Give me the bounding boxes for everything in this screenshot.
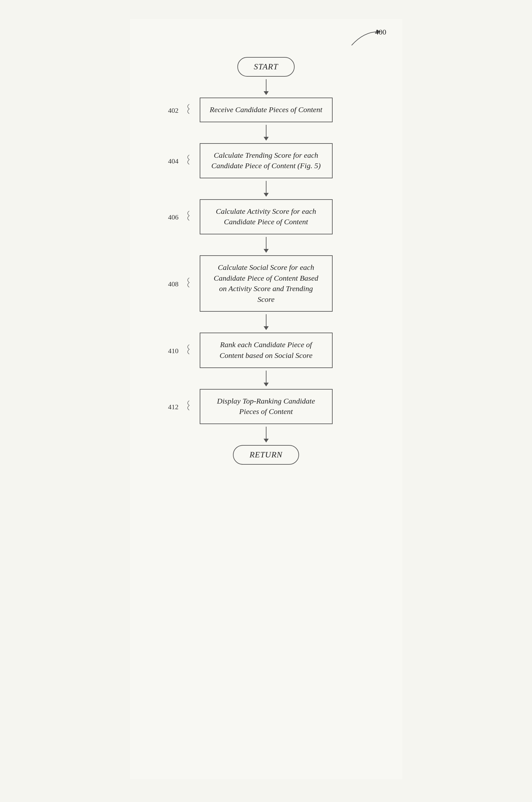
step-410-label: 410 — [168, 343, 193, 358]
return-terminal: RETURN — [233, 445, 299, 465]
step-410-row: 410 Rank each Candidate Piece of Content… — [143, 333, 390, 368]
step-408-label: 408 — [168, 276, 193, 291]
squiggle-410: 410 — [168, 346, 181, 356]
svg-text:408: 408 — [168, 280, 178, 288]
step-402-row: 402 Receive Candidate Pieces of Content — [143, 97, 390, 122]
squiggle-412: 412 — [168, 402, 181, 412]
svg-text:410: 410 — [168, 347, 178, 355]
squiggle-icon-404 — [183, 153, 192, 166]
svg-text:402: 402 — [168, 106, 178, 114]
arrow-5 — [264, 314, 269, 330]
return-row: RETURN — [143, 445, 390, 465]
arrow-4 — [264, 237, 269, 253]
svg-text:404: 404 — [168, 157, 178, 165]
flowchart: START 402 Receive Candidate Pieces of Co… — [143, 57, 390, 465]
step-412-label: 412 — [168, 399, 193, 414]
step-406-row: 406 Calculate Activity Score for each Ca… — [143, 199, 390, 234]
squiggle-icon-406 — [183, 209, 192, 222]
step-408-box: Calculate Social Score for each Candidat… — [200, 255, 332, 312]
step-404-row: 404 Calculate Trending Score for each Ca… — [143, 143, 390, 178]
squiggle-icon-412 — [183, 399, 192, 412]
step-404-label: 404 — [168, 153, 193, 168]
step-402-label: 402 — [168, 103, 193, 117]
start-terminal: START — [238, 57, 294, 77]
svg-text:406: 406 — [168, 213, 178, 221]
squiggle-404: 404 — [168, 157, 181, 166]
step-406-box: Calculate Activity Score for each Candid… — [200, 199, 332, 234]
squiggle-icon-408 — [183, 276, 192, 289]
step-412-row: 412 Display Top-Ranking Candidate Pieces… — [143, 389, 390, 424]
figure-number: 400 — [375, 28, 386, 36]
start-row: START — [143, 57, 390, 77]
squiggle-icon-402 — [183, 103, 192, 115]
squiggle-406: 406 — [168, 213, 181, 222]
squiggle-icon-410 — [183, 343, 192, 356]
step-412-box: Display Top-Ranking Candidate Pieces of … — [200, 389, 332, 424]
step-410-box: Rank each Candidate Piece of Content bas… — [200, 333, 332, 368]
step-402-box: Receive Candidate Pieces of Content — [200, 97, 332, 122]
svg-text:412: 412 — [168, 403, 178, 411]
step-408-row: 408 Calculate Social Score for each Cand… — [143, 255, 390, 312]
arrow-7 — [264, 427, 269, 442]
squiggle-408: 408 — [168, 279, 181, 289]
step-404-box: Calculate Trending Score for each Candid… — [200, 143, 332, 178]
arrow-2 — [264, 125, 269, 141]
page: 400 START 402 Receive Candid — [130, 19, 402, 779]
arrow-3 — [264, 181, 269, 197]
step-406-label: 406 — [168, 209, 193, 224]
arrow-1 — [264, 79, 269, 95]
arrow-6 — [264, 370, 269, 386]
squiggle-402: 402 — [168, 106, 181, 115]
